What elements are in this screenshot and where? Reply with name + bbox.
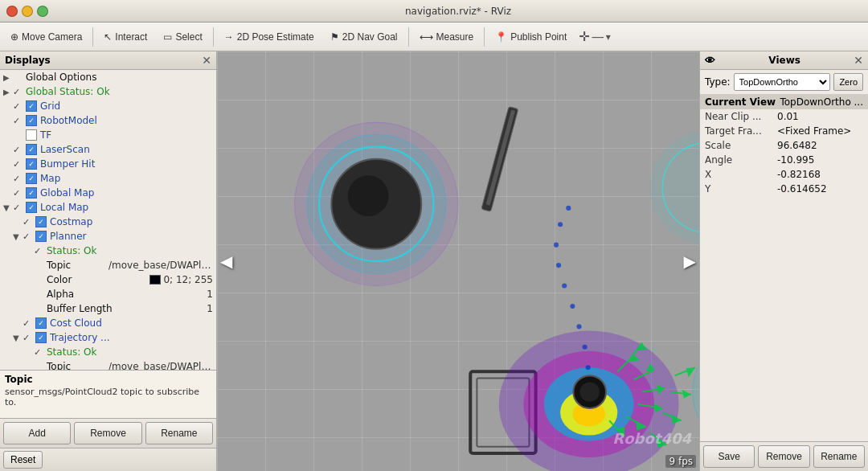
check-icon: ✓ bbox=[34, 347, 47, 358]
status-bar: Reset bbox=[0, 448, 216, 471]
prop-value: 0.01 bbox=[777, 111, 863, 122]
tree-item-planner-color[interactable]: Color 0; 12; 255 bbox=[0, 272, 216, 287]
map-checkbox[interactable] bbox=[26, 173, 37, 184]
tree-item-robot-model[interactable]: ✓ RobotModel bbox=[0, 113, 216, 128]
2d-pose-estimate-button[interactable]: → 2D Pose Estimate bbox=[217, 26, 321, 48]
tree-item-planner-topic[interactable]: Topic /move_base/DWAPla... bbox=[0, 258, 216, 272]
displays-tree[interactable]: ▶ Global Options ▶ ✓ Global Status: Ok ✓… bbox=[0, 70, 216, 370]
move-camera-icon: ⊕ bbox=[10, 31, 18, 43]
robotmodel-checkbox[interactable] bbox=[26, 115, 37, 126]
interact-button[interactable]: ↖ Interact bbox=[96, 26, 154, 48]
item-label: Topic bbox=[47, 260, 108, 271]
prop-value: -10.995 bbox=[777, 154, 863, 166]
views-close-button[interactable]: ✕ bbox=[854, 54, 863, 67]
planner-checkbox[interactable] bbox=[35, 231, 47, 242]
tree-item-global-status[interactable]: ▶ ✓ Global Status: Ok bbox=[0, 84, 216, 99]
views-tree: Current View TopDownOrtho ... Near Clip … bbox=[700, 95, 868, 268]
check-icon: ✓ bbox=[13, 188, 26, 199]
item-value: 1 bbox=[207, 303, 213, 314]
svg-point-48 bbox=[576, 324, 581, 329]
tree-item-grid[interactable]: ✓ Grid bbox=[0, 99, 216, 113]
2d-nav-icon: ⚑ bbox=[330, 31, 339, 43]
item-label: Buffer Length bbox=[47, 303, 207, 314]
tooltip-title: Topic bbox=[5, 374, 211, 385]
tree-item-map[interactable]: ✓ Map bbox=[0, 171, 216, 186]
tree-item-bumper-hit[interactable]: ✓ Bumper Hit bbox=[0, 157, 216, 171]
zero-button[interactable]: Zero bbox=[833, 73, 863, 91]
item-label: RobotModel bbox=[40, 115, 213, 126]
viewport-left-arrow[interactable]: ◀ bbox=[220, 252, 232, 271]
views-remove-button[interactable]: Remove bbox=[758, 445, 809, 468]
view-type-select[interactable]: TopDownOrtho Orbit XYOrbit bbox=[734, 73, 831, 91]
tree-item-global-options[interactable]: ▶ Global Options bbox=[0, 70, 216, 84]
2d-nav-goal-button[interactable]: ⚑ 2D Nav Goal bbox=[323, 26, 405, 48]
tree-item-trajectory-status[interactable]: ✓ Status: Ok bbox=[0, 345, 216, 359]
check-icon: ✓ bbox=[13, 101, 26, 112]
tree-item-trajectory-topic[interactable]: Topic /move_base/DWAPla... bbox=[0, 359, 216, 370]
view-prop-near-clip: Near Clip ... 0.01 bbox=[700, 109, 868, 124]
grid-checkbox[interactable] bbox=[26, 100, 37, 112]
tf-checkbox[interactable] bbox=[26, 129, 37, 141]
global-map-checkbox[interactable] bbox=[26, 187, 37, 199]
viewport-right-arrow[interactable]: ▶ bbox=[684, 252, 696, 271]
current-view-type: TopDownOrtho ... bbox=[780, 96, 863, 108]
views-save-button[interactable]: Save bbox=[703, 445, 755, 468]
tree-item-planner-status[interactable]: ✓ Status: Ok bbox=[0, 244, 216, 258]
tree-item-global-map[interactable]: ✓ Global Map bbox=[0, 186, 216, 200]
cost-cloud-checkbox[interactable] bbox=[35, 317, 47, 329]
tree-item-planner-alpha[interactable]: Alpha 1 bbox=[0, 287, 216, 301]
select-button[interactable]: ▭ Select bbox=[156, 26, 209, 48]
expand-icon: ▼ bbox=[3, 203, 13, 212]
3d-viewport[interactable]: ◀ ▶ 9 fps Robot404 bbox=[217, 51, 699, 471]
prop-label: Scale bbox=[705, 140, 777, 151]
measure-button[interactable]: ⟷ Measure bbox=[412, 26, 481, 48]
tree-item-cost-cloud[interactable]: ✓ Cost Cloud bbox=[0, 316, 216, 330]
publish-point-button[interactable]: 📍 Publish Point bbox=[488, 26, 574, 48]
costmap-checkbox[interactable] bbox=[35, 216, 47, 227]
maximize-window-button[interactable] bbox=[37, 6, 48, 17]
prop-value: <Fixed Frame> bbox=[777, 125, 863, 137]
move-camera-button[interactable]: ⊕ Move Camera bbox=[3, 26, 89, 48]
item-label: TF bbox=[40, 129, 213, 141]
item-label: Grid bbox=[40, 100, 213, 112]
tree-item-laserscan[interactable]: ✓ LaserScan bbox=[0, 142, 216, 157]
local-map-checkbox[interactable] bbox=[26, 202, 37, 213]
select-icon: ▭ bbox=[163, 31, 172, 43]
tree-item-local-map[interactable]: ▼ ✓ Local Map bbox=[0, 200, 216, 215]
rename-button[interactable]: Rename bbox=[145, 422, 213, 444]
reset-button[interactable]: Reset bbox=[3, 451, 43, 469]
tree-item-planner[interactable]: ▼ ✓ Planner bbox=[0, 229, 216, 244]
robot-scene bbox=[217, 51, 699, 471]
laserscan-checkbox[interactable] bbox=[26, 144, 37, 155]
views-rename-button[interactable]: Rename bbox=[813, 445, 865, 468]
watermark: Robot404 bbox=[612, 430, 691, 447]
item-label: Status: Ok bbox=[47, 346, 213, 358]
prop-label: Near Clip ... bbox=[705, 111, 777, 122]
tree-item-tf[interactable]: TF bbox=[0, 128, 216, 142]
item-value: /move_base/DWAPla... bbox=[108, 361, 213, 370]
tree-item-trajectory[interactable]: ▼ ✓ Trajectory ... bbox=[0, 330, 216, 345]
remove-button[interactable]: Remove bbox=[74, 422, 141, 444]
close-window-button[interactable] bbox=[6, 6, 18, 17]
tooltip-area: Topic sensor_msgs/PointCloud2 topic to s… bbox=[0, 370, 216, 418]
svg-point-43 bbox=[558, 222, 563, 227]
publish-point-icon: 📍 bbox=[495, 31, 507, 43]
tree-item-costmap[interactable]: ✓ Costmap bbox=[0, 215, 216, 229]
trajectory-checkbox[interactable] bbox=[35, 332, 47, 343]
svg-rect-6 bbox=[486, 109, 515, 205]
views-panel: 👁 Views ✕ Type: TopDownOrtho Orbit XYOrb… bbox=[699, 51, 868, 471]
fps-counter: 9 fps bbox=[665, 455, 696, 468]
displays-header: Displays ✕ bbox=[0, 51, 216, 70]
2d-pose-icon: → bbox=[224, 31, 234, 43]
check-icon: ✓ bbox=[13, 145, 26, 155]
bumperhit-checkbox[interactable] bbox=[26, 158, 37, 170]
item-label: Global Map bbox=[40, 187, 213, 199]
svg-point-50 bbox=[586, 365, 591, 370]
minimize-window-button[interactable] bbox=[22, 6, 33, 17]
tree-item-planner-buffer[interactable]: Buffer Length 1 bbox=[0, 301, 216, 316]
displays-close-button[interactable]: ✕ bbox=[202, 54, 211, 67]
item-label: Costmap bbox=[50, 216, 213, 227]
prop-label: Y bbox=[705, 183, 777, 195]
window-controls bbox=[6, 6, 48, 17]
add-button[interactable]: Add bbox=[3, 422, 71, 444]
